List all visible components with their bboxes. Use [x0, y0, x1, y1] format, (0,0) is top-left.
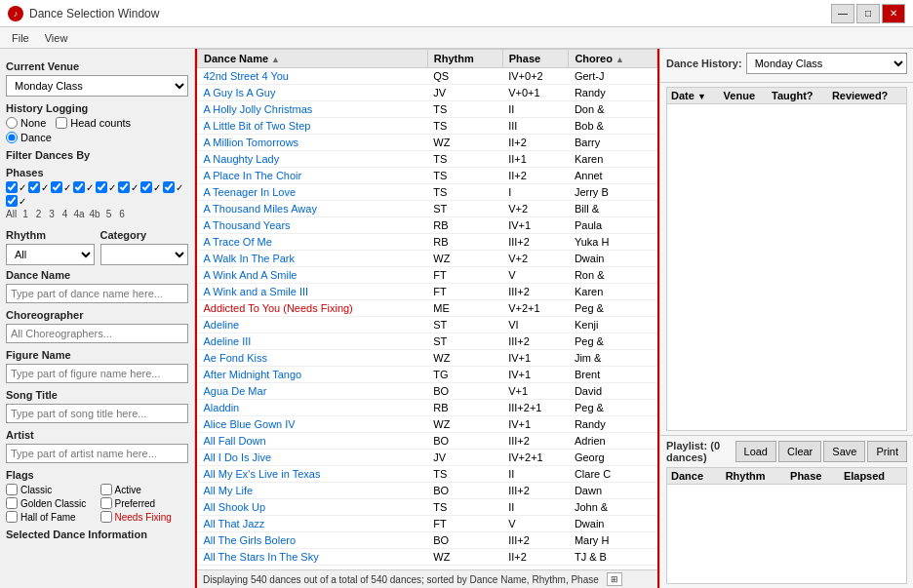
col-choreo[interactable]: Choreo ▲: [569, 50, 657, 68]
history-col-taught[interactable]: Taught?: [768, 88, 828, 104]
figure-name-input[interactable]: [6, 364, 188, 383]
maximize-button[interactable]: □: [856, 4, 880, 23]
rhythm-select[interactable]: All: [6, 244, 95, 265]
table-row[interactable]: All Fall DownBOIII+2Adrien: [198, 433, 657, 450]
dance-name-link[interactable]: A Little Bit of Two Step: [204, 120, 311, 132]
col-dance-name[interactable]: Dance Name ▲: [198, 50, 428, 68]
dance-name-link[interactable]: 42nd Street 4 You: [204, 70, 289, 82]
load-button[interactable]: Load: [735, 441, 776, 462]
dance-name-link[interactable]: Agua De Mar: [204, 385, 267, 397]
col-rhythm[interactable]: Rhythm: [427, 50, 502, 68]
dance-name-link[interactable]: A Million Tomorrows: [204, 137, 299, 148]
flag-classic[interactable]: Classic: [6, 484, 95, 495]
table-row[interactable]: A Wink and a Smile IIIFTIII+2Karen: [198, 284, 657, 300]
close-button[interactable]: ✕: [882, 4, 905, 23]
phase-2[interactable]: ✓: [51, 181, 71, 193]
playlist-col-phase[interactable]: Phase: [786, 468, 840, 485]
dance-name-link[interactable]: All My Ex's Live in Texas: [204, 468, 321, 480]
flag-needs-fixing[interactable]: Needs Fixing: [100, 511, 189, 523]
table-row[interactable]: A Little Bit of Two StepTSIIIBob &: [198, 118, 657, 135]
menu-view[interactable]: View: [37, 30, 76, 46]
dance-name-link[interactable]: All I Do Is Jive: [204, 451, 272, 463]
table-row[interactable]: All My Ex's Live in TexasTSIIClare C: [198, 466, 657, 483]
dance-name-link[interactable]: All The Stars In The Sky: [204, 551, 319, 563]
table-row[interactable]: A Naughty LadyTSII+1Karen: [198, 151, 657, 168]
table-row[interactable]: All The Stars In The SkyWZII+2TJ & B: [198, 549, 657, 566]
table-row[interactable]: A Trace Of MeRBIII+2Yuka H: [198, 234, 657, 251]
table-row[interactable]: All The Girls BoleroBOIII+2Mary H: [198, 532, 657, 549]
playlist-col-dance[interactable]: Dance: [667, 468, 722, 485]
dance-name-link[interactable]: A Place In The Choir: [204, 170, 302, 181]
table-row[interactable]: All Shook UpTSIIJohn &: [198, 499, 657, 516]
artist-input[interactable]: [6, 444, 188, 463]
phase-all[interactable]: ✓: [6, 181, 26, 193]
table-row[interactable]: All My LifeBOIII+2Dawn: [198, 483, 657, 499]
table-row[interactable]: A Teenager In LoveTSIJerry B: [198, 184, 657, 201]
head-counts-check[interactable]: Head counts: [56, 117, 131, 129]
dance-name-link[interactable]: All Shook Up: [204, 501, 266, 513]
table-row[interactable]: A Thousand Miles AwaySTV+2Bill &: [198, 201, 657, 217]
table-row[interactable]: AladdinRBIII+2+1Peg &: [198, 400, 657, 416]
playlist-col-rhythm[interactable]: Rhythm: [722, 468, 786, 485]
dance-name-link[interactable]: Ae Fond Kiss: [204, 352, 267, 364]
col-phase[interactable]: Phase: [502, 50, 569, 68]
dance-name-link[interactable]: After Midnight Tango: [204, 369, 302, 380]
dance-name-link[interactable]: A Wink And A Smile: [204, 269, 298, 281]
status-icon[interactable]: ⊞: [607, 572, 622, 586]
dance-name-link[interactable]: A Teenager In Love: [204, 186, 297, 198]
flag-hall-of-fame[interactable]: Hall of Fame: [6, 511, 95, 523]
radio-dance[interactable]: Dance: [6, 132, 52, 143]
table-row[interactable]: A Guy Is A GuyJVV+0+1Randy: [198, 85, 657, 101]
playlist-col-elapsed[interactable]: Elapsed: [840, 468, 906, 485]
minimize-button[interactable]: —: [831, 4, 854, 23]
dance-name-link[interactable]: A Naughty Lady: [204, 153, 280, 165]
history-col-reviewed[interactable]: Reviewed?: [828, 88, 906, 104]
dance-name-needs-fix[interactable]: Addicted To You (Needs Fixing): [204, 302, 353, 314]
phase-4b[interactable]: ✓: [140, 181, 161, 193]
table-row[interactable]: Addicted To You (Needs Fixing)MEV+2+1Peg…: [198, 300, 657, 317]
table-row[interactable]: A Thousand YearsRBIV+1Paula: [198, 217, 657, 234]
dance-name-link[interactable]: A Holly Jolly Christmas: [204, 103, 313, 115]
history-col-venue[interactable]: Venue: [720, 88, 768, 104]
dance-name-link[interactable]: All The Girls Bolero: [204, 534, 297, 546]
table-row[interactable]: A Place In The ChoirTSII+2Annet: [198, 168, 657, 184]
table-row[interactable]: All I Do Is JiveJVIV+2+1Georg: [198, 450, 657, 466]
phase-1[interactable]: ✓: [28, 181, 49, 193]
phase-6[interactable]: ✓: [6, 195, 26, 207]
clear-button[interactable]: Clear: [778, 441, 821, 462]
dance-name-link[interactable]: Alice Blue Gown IV: [204, 418, 296, 430]
dance-name-link[interactable]: All That Jazz: [204, 518, 265, 529]
dance-name-link[interactable]: A Walk In The Park: [204, 253, 296, 264]
choreographer-input[interactable]: [6, 324, 188, 343]
dance-table-container[interactable]: Dance Name ▲ Rhythm Phase Choreo ▲ 42nd …: [197, 49, 657, 569]
table-row[interactable]: A Wink And A SmileFTVRon &: [198, 267, 657, 284]
phase-5[interactable]: ✓: [163, 181, 183, 193]
table-row[interactable]: Ae Fond KissWZIV+1Jim &: [198, 350, 657, 367]
print-button[interactable]: Print: [867, 441, 907, 462]
table-row[interactable]: A Walk In The ParkWZV+2Dwain: [198, 251, 657, 267]
table-row[interactable]: After Midnight TangoTGIV+1Brent: [198, 367, 657, 383]
current-venue-select[interactable]: Monday Class: [6, 75, 188, 97]
save-button[interactable]: Save: [823, 441, 865, 462]
table-row[interactable]: AdelineSTVIKenji: [198, 317, 657, 333]
flag-golden-classic[interactable]: Golden Classic: [6, 497, 95, 509]
history-col-date[interactable]: Date ▼: [667, 88, 720, 104]
phase-3[interactable]: ✓: [73, 181, 94, 193]
flag-active[interactable]: Active: [100, 484, 189, 495]
menu-file[interactable]: File: [4, 30, 37, 46]
table-row[interactable]: A Holly Jolly ChristmasTSIIDon &: [198, 101, 657, 118]
phase-4[interactable]: ✓: [96, 181, 116, 193]
song-title-input[interactable]: [6, 404, 188, 423]
dance-history-select[interactable]: Monday Class: [746, 53, 907, 74]
table-row[interactable]: 42nd Street 4 YouQSIV+0+2Gert-J: [198, 68, 657, 85]
dance-name-link[interactable]: All Fall Down: [204, 435, 266, 447]
dance-name-input[interactable]: [6, 284, 188, 303]
table-row[interactable]: Adeline IIISTIII+2Peg &: [198, 333, 657, 350]
dance-name-link[interactable]: A Guy Is A Guy: [204, 87, 276, 98]
table-row[interactable]: Agua De MarBOV+1David: [198, 383, 657, 400]
radio-none[interactable]: None: [6, 117, 46, 129]
dance-name-link[interactable]: Adeline III: [204, 335, 252, 347]
playlist-table-container[interactable]: Dance Rhythm Phase Elapsed: [666, 467, 907, 584]
flag-preferred[interactable]: Preferred: [100, 497, 189, 509]
dance-name-link[interactable]: Adeline: [204, 319, 240, 331]
